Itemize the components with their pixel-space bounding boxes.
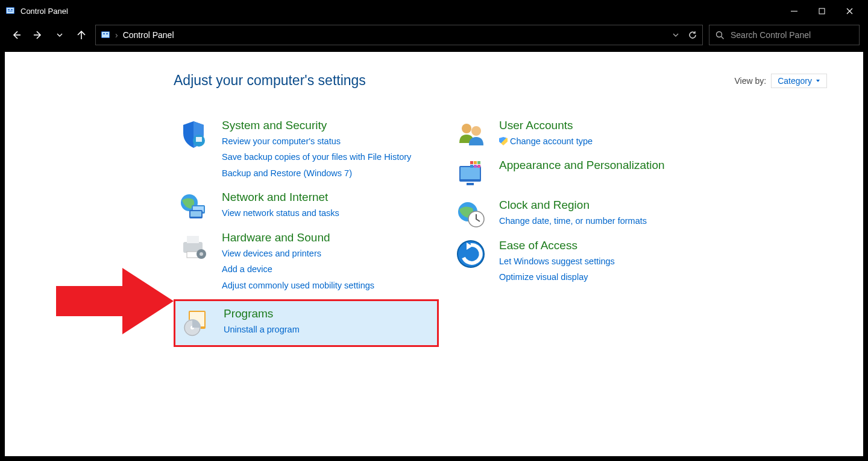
category-link[interactable]: Optimize visual display xyxy=(499,269,615,285)
printer-icon xyxy=(178,231,209,261)
category-title[interactable]: Programs xyxy=(224,307,300,320)
minimize-button[interactable] xyxy=(780,0,808,22)
search-input[interactable]: Search Control Panel xyxy=(709,25,860,45)
address-bar[interactable]: › Control Panel xyxy=(95,25,703,45)
category-title[interactable]: Ease of Access xyxy=(499,239,615,252)
category-link[interactable]: View network status and tasks xyxy=(222,205,339,221)
svg-rect-17 xyxy=(190,211,201,217)
maximize-button[interactable] xyxy=(808,0,835,22)
category-link[interactable]: Save backup copies of your files with Fi… xyxy=(222,149,411,165)
content-panel: Adjust your computer's settings View by:… xyxy=(5,52,863,456)
svg-point-10 xyxy=(717,31,722,37)
svg-rect-7 xyxy=(102,32,109,37)
svg-rect-31 xyxy=(461,167,480,179)
view-by-control: View by: Category xyxy=(735,74,827,88)
category-link[interactable]: Backup and Restore (Windows 7) xyxy=(222,165,411,181)
shield-monitor-icon xyxy=(178,119,209,149)
page-title: Adjust your computer's settings xyxy=(174,72,366,89)
address-dropdown-icon[interactable] xyxy=(672,31,679,39)
svg-rect-3 xyxy=(11,9,13,10)
svg-rect-1 xyxy=(7,8,14,13)
category-title[interactable]: User Accounts xyxy=(499,119,593,132)
view-by-value: Category xyxy=(778,76,812,86)
search-icon xyxy=(715,31,725,40)
refresh-button[interactable] xyxy=(688,30,697,40)
svg-rect-32 xyxy=(467,183,474,185)
control-panel-icon xyxy=(101,30,110,40)
svg-rect-38 xyxy=(477,165,480,168)
forward-button[interactable] xyxy=(30,27,46,43)
breadcrumb-separator-icon: › xyxy=(115,30,118,40)
category-appearance-personalization[interactable]: Appearance and Personalization xyxy=(451,155,710,195)
svg-rect-19 xyxy=(187,236,199,243)
svg-rect-9 xyxy=(106,33,108,34)
search-placeholder: Search Control Panel xyxy=(731,30,811,40)
svg-rect-35 xyxy=(477,161,480,164)
view-by-label: View by: xyxy=(735,76,767,86)
view-by-dropdown[interactable]: Category xyxy=(771,74,827,88)
ease-arrow-icon xyxy=(456,239,486,269)
category-network-internet[interactable]: Network and Internet View network status… xyxy=(174,187,439,227)
category-column-left: System and Security Review your computer… xyxy=(174,115,439,349)
svg-rect-5 xyxy=(819,8,825,14)
svg-rect-4 xyxy=(8,11,13,11)
disc-box-icon xyxy=(180,307,210,337)
control-panel-icon xyxy=(5,5,16,16)
globe-network-icon xyxy=(178,191,209,221)
category-title[interactable]: Network and Internet xyxy=(222,191,339,204)
caret-down-icon xyxy=(816,78,820,83)
globe-clock-icon xyxy=(456,199,486,229)
category-title[interactable]: Clock and Region xyxy=(499,199,647,212)
category-link[interactable]: Change date, time, or number formats xyxy=(499,213,647,229)
up-button[interactable] xyxy=(74,27,89,43)
svg-rect-12 xyxy=(196,137,202,142)
svg-point-28 xyxy=(462,124,471,133)
category-title[interactable]: System and Security xyxy=(222,119,411,132)
svg-rect-37 xyxy=(474,165,477,168)
category-programs[interactable]: Programs Uninstall a program xyxy=(174,299,439,346)
back-button[interactable] xyxy=(8,27,24,43)
category-link[interactable]: Let Windows suggest settings xyxy=(499,253,615,269)
breadcrumb[interactable]: Control Panel xyxy=(123,30,174,40)
svg-rect-2 xyxy=(8,9,10,10)
svg-rect-33 xyxy=(470,161,473,164)
category-link[interactable]: Add a device xyxy=(222,261,374,277)
category-column-right: User Accounts Change account type xyxy=(451,115,710,349)
category-title[interactable]: Appearance and Personalization xyxy=(499,159,665,172)
category-system-security[interactable]: System and Security Review your computer… xyxy=(174,115,439,187)
category-link[interactable]: View devices and printers xyxy=(222,246,374,261)
category-title[interactable]: Hardware and Sound xyxy=(222,231,374,244)
category-clock-region[interactable]: Clock and Region Change date, time, or n… xyxy=(451,195,710,235)
svg-rect-8 xyxy=(103,33,105,34)
navbar: › Control Panel Search Control Panel xyxy=(0,22,868,48)
close-button[interactable] xyxy=(835,0,863,22)
category-link[interactable]: Change account type xyxy=(499,133,593,149)
category-link[interactable]: Uninstall a program xyxy=(224,322,300,337)
category-link[interactable]: Adjust commonly used mobility settings xyxy=(222,278,374,293)
category-ease-of-access[interactable]: Ease of Access Let Windows suggest setti… xyxy=(451,235,710,291)
svg-rect-34 xyxy=(474,161,477,164)
titlebar: Control Panel xyxy=(0,0,868,22)
svg-rect-36 xyxy=(470,165,473,168)
people-icon xyxy=(456,119,486,149)
svg-point-29 xyxy=(471,126,481,136)
category-hardware-sound[interactable]: Hardware and Sound View devices and prin… xyxy=(174,227,439,299)
window-title: Control Panel xyxy=(20,7,68,16)
category-link[interactable]: Review your computer's status xyxy=(222,133,411,149)
window-controls xyxy=(780,0,863,22)
category-user-accounts[interactable]: User Accounts Change account type xyxy=(451,115,710,155)
monitor-colors-icon xyxy=(456,159,486,189)
svg-point-22 xyxy=(200,252,203,256)
recent-dropdown[interactable] xyxy=(52,27,68,43)
